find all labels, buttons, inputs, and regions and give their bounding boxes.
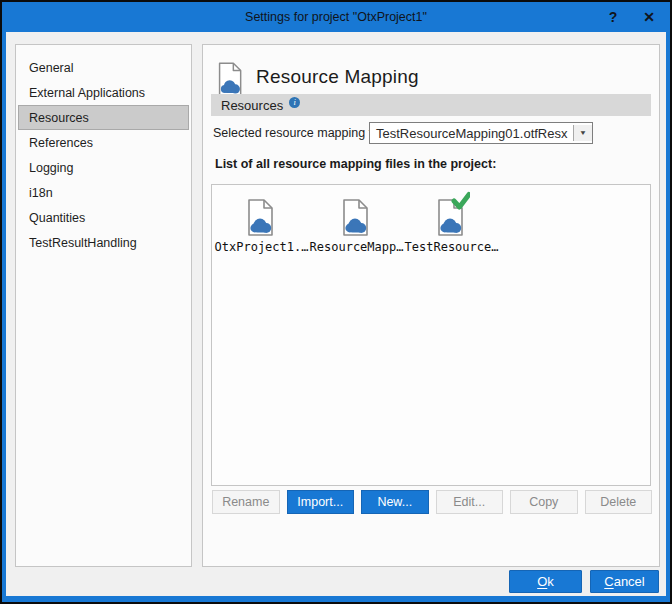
sidebar-item-logging[interactable]: Logging <box>18 155 189 180</box>
cancel-button[interactable]: Cancel <box>590 570 659 593</box>
dropdown-selected-value: TestResourceMapping01.otfResx <box>370 126 573 141</box>
sidebar-item-external-applications[interactable]: External Applications <box>18 80 189 105</box>
ok-button[interactable]: Ok <box>509 570 582 593</box>
copy-button[interactable]: Copy <box>510 490 578 514</box>
section-title: Resources <box>221 98 283 113</box>
resource-file-list: OtxProject1.… ResourceMapp… TestResource… <box>211 184 651 486</box>
selected-file-label: Selected resource mapping file <box>213 126 385 140</box>
sidebar-item-general[interactable]: General <box>18 55 189 80</box>
settings-category-list: General External Applications Resources … <box>15 44 192 567</box>
sidebar-item-resources[interactable]: Resources <box>18 105 189 130</box>
titlebar: Settings for project "OtxProject1" ? ✕ <box>2 2 670 32</box>
rename-button[interactable]: Rename <box>212 490 280 514</box>
new-button[interactable]: New... <box>361 490 429 514</box>
file-name: TestResource… <box>405 240 499 254</box>
cloud-document-checked-icon <box>434 191 470 239</box>
cloud-document-icon <box>339 191 375 239</box>
delete-button[interactable]: Delete <box>585 490 653 514</box>
file-list-label: List of all resource mapping files in th… <box>215 157 496 171</box>
file-item-testresourcemapping[interactable]: TestResource… <box>404 191 499 254</box>
page-title: Resource Mapping <box>256 66 419 88</box>
resource-mapping-file-dropdown[interactable]: TestResourceMapping01.otfResx ▼ <box>369 122 593 144</box>
sidebar-item-i18n[interactable]: i18n <box>18 180 189 205</box>
edit-button[interactable]: Edit... <box>436 490 504 514</box>
file-item-otxproject1[interactable]: OtxProject1.… <box>214 191 309 254</box>
file-item-resourcemapping[interactable]: ResourceMapp… <box>309 191 404 254</box>
help-icon[interactable]: ? <box>604 9 622 25</box>
dialog-body: General External Applications Resources … <box>6 32 666 596</box>
sidebar-item-quantities[interactable]: Quantities <box>18 205 189 230</box>
sidebar-item-testresulthandling[interactable]: TestResultHandling <box>18 230 189 255</box>
window-title: Settings for project "OtxProject1" <box>2 2 670 32</box>
info-icon: i <box>289 97 300 108</box>
file-name: OtxProject1.… <box>215 240 309 254</box>
close-icon[interactable]: ✕ <box>640 9 658 25</box>
file-name: ResourceMapp… <box>310 240 404 254</box>
import-button[interactable]: Import... <box>287 490 355 514</box>
settings-dialog: Settings for project "OtxProject1" ? ✕ G… <box>0 0 672 604</box>
cloud-document-icon <box>244 191 280 239</box>
resource-mapping-panel: Resource Mapping Resources i Selected re… <box>202 44 660 567</box>
resources-section-header: Resources i <box>211 94 651 116</box>
chevron-down-icon[interactable]: ▼ <box>573 125 592 141</box>
sidebar-item-references[interactable]: References <box>18 130 189 155</box>
